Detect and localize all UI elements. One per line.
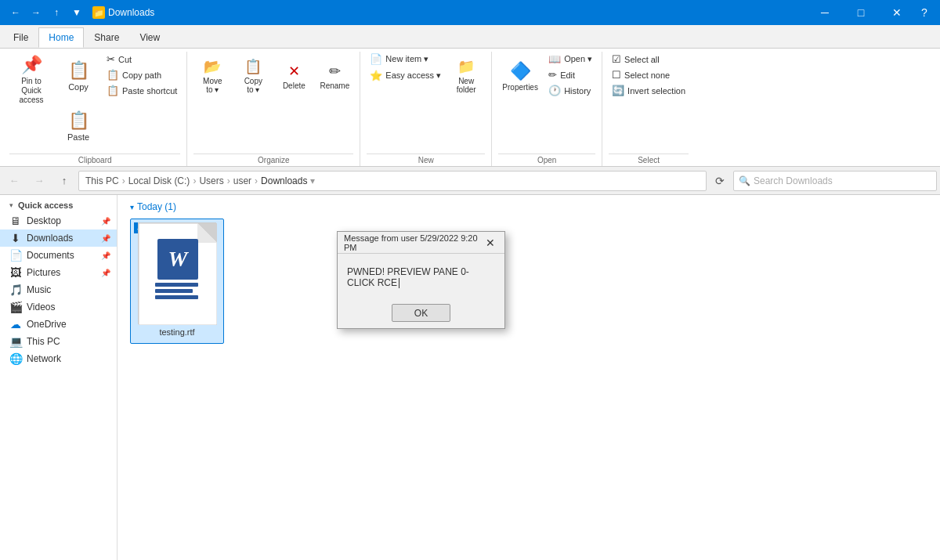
select-all-btn[interactable]: ☑ Select all	[609, 52, 689, 67]
delete-btn[interactable]: ✕ Delete	[275, 52, 313, 100]
organize-content: 📂 Moveto ▾ 📋 Copyto ▾ ✕ Delete ✏ Rename	[193, 52, 353, 154]
music-label: Music	[27, 284, 51, 295]
up-btn[interactable]: ↑	[53, 171, 75, 191]
crumb-users[interactable]: Users	[199, 175, 223, 186]
properties-icon: 🔷	[510, 61, 531, 81]
window-controls: ─ □ ✕	[807, 0, 915, 25]
tab-share[interactable]: Share	[84, 27, 129, 48]
tab-file[interactable]: File	[3, 27, 38, 48]
copy-path-btn[interactable]: 📋 Copy path	[103, 67, 180, 82]
modal-message-text: PWNED! PREVIEW PANE 0-CLICK RCE	[347, 266, 469, 288]
title-bar-left: 📁 Downloads	[92, 6, 807, 19]
invert-selection-icon: 🔄	[612, 85, 624, 96]
window-title: Downloads	[108, 7, 154, 18]
sidebar-item-quick-access-header: ▾ Quick access	[0, 198, 117, 212]
help-btn[interactable]: ?	[915, 3, 934, 22]
easy-access-btn[interactable]: ⭐ Easy access ▾	[367, 68, 444, 83]
properties-btn[interactable]: 🔷 Properties	[498, 52, 542, 100]
new-group-label: New	[367, 154, 485, 166]
modal-titlebar: Message from user 5/29/2022 9:20 PM ✕	[338, 232, 504, 254]
search-icon: 🔍	[739, 175, 750, 186]
clipboard-content: 📌 Pin to Quickaccess 📋 Copy 📋 Paste ✂ Cu…	[9, 52, 180, 154]
new-folder-btn[interactable]: 📁 Newfolder	[447, 52, 485, 100]
move-to-icon: 📂	[204, 58, 221, 75]
rename-btn[interactable]: ✏ Rename	[316, 52, 353, 100]
pin-indicator: 📌	[101, 217, 110, 226]
close-btn[interactable]: ✕	[879, 0, 915, 25]
modal-close-btn[interactable]: ✕	[483, 235, 498, 251]
sidebar-item-onedrive[interactable]: ☁ OneDrive	[0, 316, 117, 333]
clipboard-small-btns: ✂ Cut 📋 Copy path 📋 Paste shortcut	[103, 52, 180, 98]
today-section-header: ▾ Today (1)	[130, 201, 927, 212]
onedrive-label: OneDrive	[27, 319, 67, 330]
ribbon: 📌 Pin to Quickaccess 📋 Copy 📋 Paste ✂ Cu…	[0, 49, 940, 167]
sidebar-item-music[interactable]: 🎵 Music	[0, 281, 117, 298]
copy-to-label: Copyto ▾	[244, 77, 262, 94]
sidebar-item-pictures[interactable]: 🖼 Pictures 📌	[0, 264, 117, 281]
up-nav-btn[interactable]: ↑	[47, 3, 66, 22]
sidebar-item-documents[interactable]: 📄 Documents 📌	[0, 247, 117, 264]
videos-label: Videos	[27, 302, 55, 313]
crumb-local-disk[interactable]: Local Disk (C:)	[128, 175, 190, 186]
delete-label: Delete	[283, 81, 306, 90]
paste-btn[interactable]: 📋 Paste	[56, 102, 100, 150]
select-content: ☑ Select all ☐ Select none 🔄 Invert sele…	[609, 52, 689, 154]
easy-access-icon: ⭐	[370, 70, 382, 81]
quick-access-label: Quick access	[18, 201, 73, 210]
address-bar: ← → ↑ This PC › Local Disk (C:) › Users …	[0, 167, 940, 195]
tab-view[interactable]: View	[129, 27, 170, 48]
copy-to-icon: 📋	[244, 58, 262, 75]
select-all-icon: ☑	[612, 53, 621, 65]
modal-ok-btn[interactable]: OK	[392, 304, 450, 322]
cut-btn[interactable]: ✂ Cut	[103, 52, 180, 67]
sidebar-item-thispc[interactable]: 💻 This PC	[0, 333, 117, 350]
crumb-downloads[interactable]: Downloads	[261, 175, 307, 186]
file-name: testing.rtf	[159, 327, 194, 337]
crumb-user[interactable]: user	[233, 175, 251, 186]
open-label: Open ▾	[564, 54, 592, 64]
refresh-btn[interactable]: ⟳	[710, 171, 730, 191]
network-label: Network	[27, 353, 61, 364]
line2	[155, 289, 193, 293]
sidebar-item-downloads[interactable]: ⬇ Downloads 📌	[0, 229, 117, 247]
sidebar-item-desktop[interactable]: 🖥 Desktop 📌	[0, 212, 117, 229]
new-folder-icon: 📁	[457, 58, 475, 75]
search-box[interactable]: 🔍 Search Downloads	[733, 171, 937, 191]
ribbon-group-open: 🔷 Properties 📖 Open ▾ ✏ Edit 🕐 History O…	[492, 52, 602, 166]
edit-btn[interactable]: ✏ Edit	[545, 67, 595, 82]
copy-btn[interactable]: 📋 Copy	[56, 52, 100, 100]
invert-selection-btn[interactable]: 🔄 Invert selection	[609, 83, 689, 98]
new-folder-label: Newfolder	[457, 77, 476, 94]
copy-to-btn[interactable]: 📋 Copyto ▾	[234, 52, 272, 100]
sidebar-item-network[interactable]: 🌐 Network	[0, 350, 117, 367]
crumb-this-pc[interactable]: This PC	[85, 175, 119, 186]
paste-icon: 📋	[68, 110, 89, 131]
content-area: ▾ Today (1) ✓	[118, 195, 940, 560]
select-group-label: Select	[609, 154, 689, 166]
open-btn[interactable]: 📖 Open ▾	[545, 52, 595, 67]
new-item-btn[interactable]: 📄 New item ▾	[367, 52, 444, 67]
file-item-testing-rtf[interactable]: ✓ W	[130, 219, 224, 344]
pin-to-quick-access-btn[interactable]: 📌 Pin to Quickaccess	[9, 52, 53, 108]
minimize-btn[interactable]: ─	[807, 0, 843, 25]
modal-dialog[interactable]: Message from user 5/29/2022 9:20 PM ✕ PW…	[337, 231, 505, 329]
select-none-btn[interactable]: ☐ Select none	[609, 67, 689, 82]
back-nav-btn[interactable]: ←	[6, 3, 25, 22]
sidebar-item-videos[interactable]: 🎬 Videos	[0, 298, 117, 316]
address-path[interactable]: This PC › Local Disk (C:) › Users › user…	[78, 171, 707, 191]
tab-home[interactable]: Home	[38, 27, 84, 48]
easy-access-label: Easy access ▾	[385, 70, 441, 81]
clipboard-col: 📋 Copy 📋 Paste	[56, 52, 100, 150]
open-small-btns: 📖 Open ▾ ✏ Edit 🕐 History	[545, 52, 595, 98]
history-label: History	[564, 86, 591, 96]
history-btn[interactable]: 🕐 History	[545, 83, 595, 98]
clipboard-label: Clipboard	[9, 154, 180, 166]
select-all-label: Select all	[624, 55, 660, 64]
copy-icon: 📋	[68, 60, 89, 81]
move-to-btn[interactable]: 📂 Moveto ▾	[193, 52, 231, 100]
paste-shortcut-btn[interactable]: 📋 Paste shortcut	[103, 83, 180, 98]
cut-icon: ✂	[107, 53, 115, 65]
maximize-btn[interactable]: □	[843, 0, 879, 25]
dropdown-nav-btn[interactable]: ▼	[67, 3, 86, 22]
forward-nav-btn[interactable]: →	[27, 3, 45, 22]
